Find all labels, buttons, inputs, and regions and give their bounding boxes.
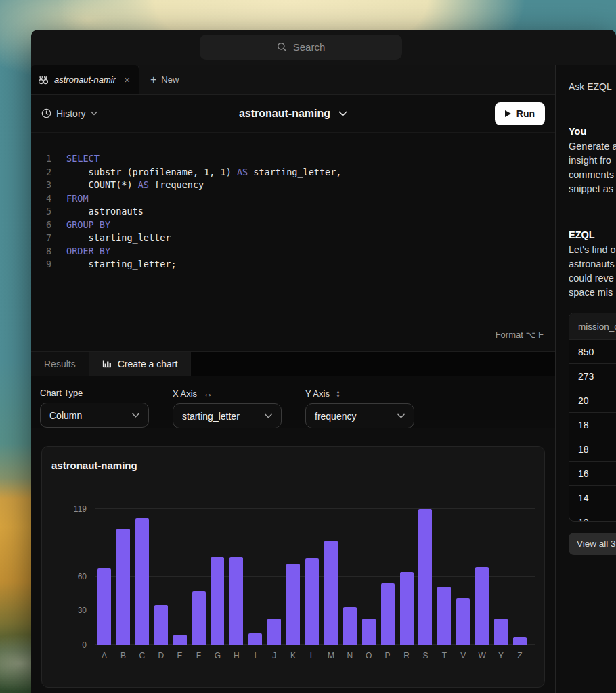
table-row[interactable]: 273 (569, 363, 616, 388)
bar-A[interactable] (97, 568, 111, 645)
chevron-down-icon (397, 413, 405, 418)
message-line: space mis (569, 286, 616, 300)
message-author: EZQL (569, 229, 616, 240)
bar-O[interactable] (362, 619, 376, 645)
x-axis-tick-label: B (116, 651, 130, 661)
code-line: 6GROUP BY (46, 219, 555, 232)
line-number: 5 (46, 205, 66, 219)
message-line: Generate a (569, 139, 616, 154)
run-button[interactable]: Run (495, 102, 545, 125)
table-row[interactable]: 20 (569, 388, 616, 412)
bar-D[interactable] (154, 605, 168, 645)
code-text: starting_letter (66, 231, 171, 245)
table-row[interactable]: 14 (569, 485, 616, 510)
x-axis-tick-label: R (400, 651, 414, 661)
bar-E[interactable] (173, 635, 187, 645)
table-row[interactable]: 850 (569, 339, 616, 363)
code-text: ORDER BY (66, 245, 110, 259)
horizontal-arrow-icon: ↔ (203, 388, 213, 399)
bar-W[interactable] (475, 567, 489, 645)
bar-I[interactable] (248, 633, 262, 645)
code-line: 2 substr (profilename, 1, 1) AS starting… (46, 166, 555, 179)
x-axis-tick-label: Z (513, 651, 527, 661)
bar-M[interactable] (324, 541, 338, 645)
query-title-dropdown[interactable]: astronaut-naming (239, 108, 347, 120)
y-axis-select[interactable]: frequency (305, 403, 414, 428)
bar-N[interactable] (343, 607, 357, 645)
format-shortcut-hint[interactable]: Format ⌥ F (496, 328, 544, 342)
tab-close-icon[interactable]: × (122, 73, 132, 86)
bar-H[interactable] (229, 557, 243, 645)
chevron-down-icon (338, 111, 347, 116)
bar-F[interactable] (192, 591, 206, 645)
code-line: 4FROM (46, 192, 555, 206)
y-axis-group: Y Axis ↕ frequency (305, 388, 414, 428)
clock-icon (41, 108, 51, 118)
table-row[interactable]: 18 (569, 437, 616, 461)
y-axis-tick-label: 0 (60, 640, 87, 650)
x-axis-tick-label: Y (494, 651, 508, 661)
x-axis-tick-label: W (475, 651, 489, 661)
x-axis-tick-label: G (211, 651, 224, 661)
binoculars-icon (38, 75, 49, 85)
sql-editor[interactable]: 1SELECT2 substr (profilename, 1, 1) AS s… (31, 133, 555, 352)
history-button[interactable]: History (41, 108, 97, 119)
line-number: 4 (46, 192, 66, 206)
app-window: Search astronaut-naming × + New (31, 30, 616, 693)
x-axis-tick-label: K (286, 651, 300, 661)
x-axis-label-text: X Axis (173, 388, 197, 399)
bar-R[interactable] (400, 572, 414, 645)
search-placeholder: Search (293, 41, 326, 53)
code-line: 9 starting_letter; (46, 258, 555, 271)
x-axis-tick-label: I (248, 651, 262, 661)
x-axis-tick-label: E (173, 651, 187, 661)
message-line: comments (569, 168, 616, 182)
x-axis-group: X Axis ↔ starting_letter (173, 388, 282, 428)
history-label: History (56, 108, 86, 119)
view-all-label: View all 39 (577, 539, 616, 549)
app-header: Search (31, 30, 616, 65)
bar-S[interactable] (418, 509, 432, 645)
plus-icon: + (150, 74, 156, 86)
bar-Y[interactable] (494, 619, 508, 645)
x-axis-tick-label: T (437, 651, 451, 661)
chart-type-select[interactable]: Column (40, 403, 149, 428)
bar-G[interactable] (211, 557, 224, 645)
search-input[interactable]: Search (200, 35, 402, 60)
x-axis-tick-label: M (324, 651, 338, 661)
x-axis-select[interactable]: starting_letter (173, 403, 282, 428)
message-author: You (569, 126, 616, 137)
table-row[interactable]: 16 (569, 461, 616, 485)
bar-Z[interactable] (513, 637, 527, 645)
bar-B[interactable] (116, 529, 130, 645)
bar-J[interactable] (267, 619, 281, 645)
tab-results[interactable]: Results (31, 352, 89, 376)
table-rows: 850273201818161412 (569, 339, 616, 522)
table-row[interactable]: 18 (569, 412, 616, 437)
x-axis-tick-label: S (418, 651, 432, 661)
view-all-button[interactable]: View all 39 (569, 533, 616, 555)
message-text: Let's find oastronautscould revespace mi… (569, 243, 616, 300)
bar-T[interactable] (437, 587, 451, 645)
chart-controls: Chart Type Column X Axis ↔ starting_lett… (31, 376, 555, 428)
bar-V[interactable] (456, 598, 470, 645)
tab-astronaut-naming[interactable]: astronaut-naming × (31, 65, 139, 94)
line-number: 1 (46, 152, 66, 166)
code-line: 5 astronauts (46, 205, 555, 219)
bar-L[interactable] (305, 558, 319, 645)
search-icon (277, 42, 287, 52)
table-row[interactable]: 12 (569, 510, 616, 522)
x-axis-tick-label: A (97, 651, 111, 661)
bar-C[interactable] (135, 518, 149, 645)
x-axis-tick-label: O (362, 651, 376, 661)
code-line: 1SELECT (46, 152, 555, 166)
x-axis-tick-label: L (305, 651, 319, 661)
message-line: snippet as (569, 182, 616, 196)
code-lines: 1SELECT2 substr (profilename, 1, 1) AS s… (46, 152, 555, 271)
bar-K[interactable] (286, 564, 300, 645)
bar-P[interactable] (381, 583, 395, 645)
tab-create-a-chart[interactable]: Create a chart (89, 352, 192, 376)
new-tab-button[interactable]: + New (139, 65, 190, 94)
tab-label: astronaut-naming (54, 74, 116, 85)
y-axis-tick-label: 30 (60, 606, 87, 615)
